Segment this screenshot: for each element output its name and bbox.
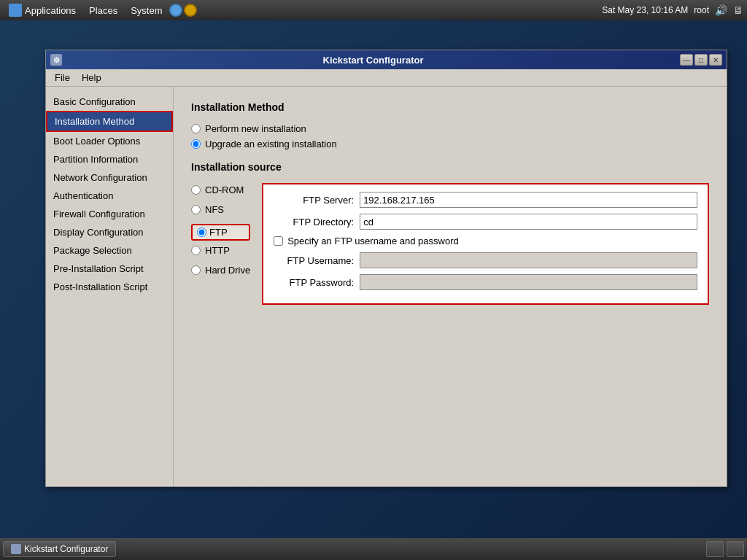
installation-type-group: Perform new installation Upgrade an exis…: [191, 123, 709, 149]
taskbar-right: Sat May 23, 10:16 AM root 🔊 🖥: [602, 4, 744, 16]
installation-method-title: Installation Method: [191, 101, 709, 113]
sidebar-item-post-install[interactable]: Post-Installation Script: [46, 278, 173, 296]
cdrom-label: CD-ROM: [205, 184, 244, 195]
desktop: ⚙ Kickstart Configurator — □ ✕ File Help…: [0, 20, 747, 538]
places-label: Places: [89, 5, 117, 16]
ftp-username-label: FTP Username:: [274, 255, 354, 266]
ftp-directory-row: FTP Directory:: [274, 214, 697, 230]
network-icon[interactable]: [184, 4, 197, 17]
radio-upgrade[interactable]: Upgrade an existing installation: [191, 139, 709, 149]
top-taskbar: Applications Places System Sat May 23, 1…: [0, 0, 747, 20]
source-cdrom[interactable]: CD-ROM: [191, 184, 250, 195]
kickstart-window: ⚙ Kickstart Configurator — □ ✕ File Help…: [45, 50, 727, 487]
ftp-password-label: FTP Password:: [274, 277, 354, 288]
sidebar-item-partition-info[interactable]: Partition Information: [46, 150, 173, 168]
sidebar-item-installation-method[interactable]: Installation Method: [46, 111, 173, 132]
specify-credentials-checkbox[interactable]: [274, 236, 283, 246]
source-layout: CD-ROM NFS FTP: [191, 183, 709, 305]
window-content: Basic Configuration Installation Method …: [46, 87, 727, 486]
radio-ftp-input[interactable]: [197, 228, 206, 237]
ftp-password-input[interactable]: [360, 274, 697, 290]
ftp-radio-label: FTP: [209, 227, 228, 238]
kickstart-taskbar-label: Kickstart Configurator: [24, 544, 108, 554]
installation-source-title: Installation source: [191, 161, 709, 173]
file-menu[interactable]: File: [49, 71, 76, 85]
specify-credentials-row[interactable]: Specify an FTP username and password: [274, 236, 697, 246]
apps-icon: [9, 4, 22, 17]
sidebar-item-network-config[interactable]: Network Configuration: [46, 168, 173, 187]
sidebar-item-authentication[interactable]: Authentication: [46, 187, 173, 205]
maximize-button[interactable]: □: [694, 54, 708, 66]
sidebar-item-boot-loader[interactable]: Boot Loader Options: [46, 132, 173, 150]
installation-source-section: Installation source CD-ROM NFS: [191, 161, 709, 305]
system-menu[interactable]: System: [125, 4, 168, 18]
ftp-server-label: FTP Server:: [274, 195, 354, 206]
bottom-icon-1[interactable]: [706, 541, 724, 557]
clock-display: Sat May 23, 10:16 AM: [602, 5, 688, 15]
bottom-icon-2[interactable]: [727, 541, 744, 557]
radio-hdd-input[interactable]: [191, 265, 201, 275]
radio-new-installation[interactable]: Perform new installation: [191, 123, 709, 134]
radio-http-input[interactable]: [191, 246, 201, 255]
ftp-directory-input[interactable]: [360, 214, 697, 230]
sidebar-item-package-selection[interactable]: Package Selection: [46, 241, 173, 260]
applications-menu[interactable]: Applications: [3, 2, 82, 18]
kickstart-icon: [11, 544, 21, 554]
radio-cdrom-input[interactable]: [191, 185, 201, 195]
nfs-label: NFS: [205, 204, 224, 215]
bottom-right-icons: [706, 541, 744, 557]
hdd-label: Hard Drive: [205, 265, 250, 276]
places-menu[interactable]: Places: [83, 4, 123, 18]
monitor-icon[interactable]: 🖥: [732, 4, 744, 16]
sidebar-item-basic-config[interactable]: Basic Configuration: [46, 93, 173, 111]
help-menu[interactable]: Help: [76, 71, 107, 85]
globe-icon[interactable]: [169, 4, 182, 17]
source-harddrive[interactable]: Hard Drive: [191, 265, 250, 276]
window-controls: — □ ✕: [680, 54, 722, 66]
ftp-username-row: FTP Username:: [274, 252, 697, 268]
window-title: Kickstart Configurator: [66, 55, 680, 66]
window-app-icon: ⚙: [50, 54, 62, 66]
bottom-taskbar: Kickstart Configurator: [0, 538, 747, 560]
specify-credentials-label: Specify an FTP username and password: [287, 236, 459, 246]
radio-new-label: Perform new installation: [205, 123, 306, 134]
ftp-directory-label: FTP Directory:: [274, 217, 354, 228]
http-label: HTTP: [205, 245, 230, 256]
speaker-icon[interactable]: 🔊: [715, 4, 727, 16]
taskbar-left: Applications Places System: [3, 2, 197, 18]
radio-nfs-input[interactable]: [191, 205, 201, 214]
kickstart-taskbar-btn[interactable]: Kickstart Configurator: [3, 541, 116, 557]
ftp-password-row: FTP Password:: [274, 274, 697, 290]
sidebar-item-firewall-config[interactable]: Firewall Configuration: [46, 205, 173, 223]
radio-upgrade-input[interactable]: [191, 139, 201, 149]
user-display: root: [694, 5, 709, 15]
source-radio-group: CD-ROM NFS FTP: [191, 183, 250, 280]
main-panel: Installation Method Perform new installa…: [174, 87, 727, 486]
sidebar-item-display-config[interactable]: Display Configuration: [46, 223, 173, 241]
close-button[interactable]: ✕: [709, 54, 722, 66]
system-label: System: [131, 5, 162, 16]
applications-label: Applications: [25, 5, 76, 16]
ftp-username-input[interactable]: [360, 252, 697, 268]
menu-bar: File Help: [46, 69, 727, 87]
ftp-radio-highlight[interactable]: FTP: [191, 224, 250, 241]
source-nfs[interactable]: NFS: [191, 204, 250, 215]
source-http[interactable]: HTTP: [191, 245, 250, 256]
minimize-button[interactable]: —: [680, 54, 693, 66]
ftp-config-box: FTP Server: FTP Directory: Specify an FT…: [262, 183, 709, 305]
radio-new-input[interactable]: [191, 124, 201, 133]
ftp-server-row: FTP Server:: [274, 192, 697, 208]
sidebar-item-pre-install[interactable]: Pre-Installation Script: [46, 260, 173, 278]
ftp-server-input[interactable]: [360, 192, 697, 208]
window-titlebar: ⚙ Kickstart Configurator — □ ✕: [46, 50, 727, 69]
sidebar: Basic Configuration Installation Method …: [46, 87, 174, 486]
radio-upgrade-label: Upgrade an existing installation: [205, 139, 337, 149]
